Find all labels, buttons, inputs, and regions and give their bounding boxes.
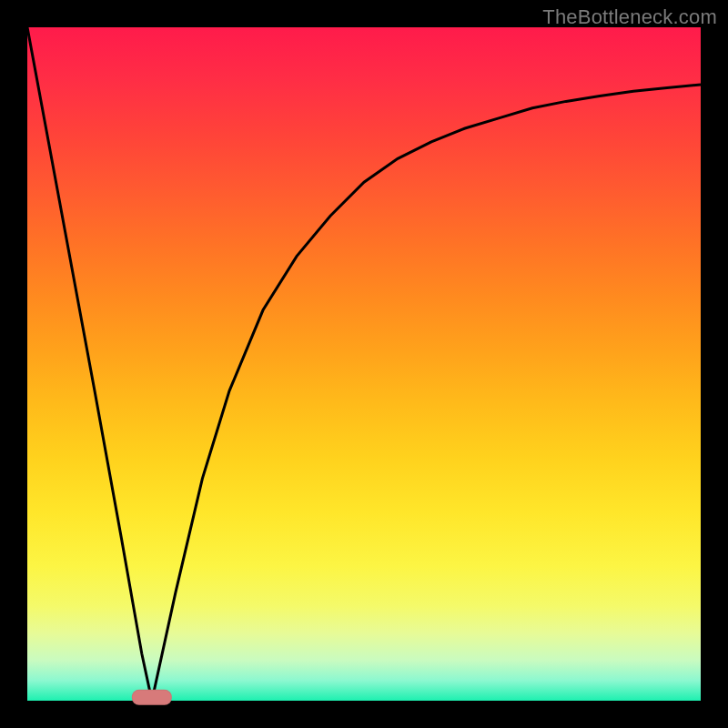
chart-frame: TheBottleneck.com	[0, 0, 728, 728]
left-descent-line	[27, 27, 152, 701]
watermark-text: TheBottleneck.com	[542, 5, 717, 29]
curve-layer	[27, 27, 701, 701]
right-ascent-line	[152, 85, 701, 701]
plot-area	[27, 27, 701, 701]
minimum-marker	[132, 690, 172, 704]
